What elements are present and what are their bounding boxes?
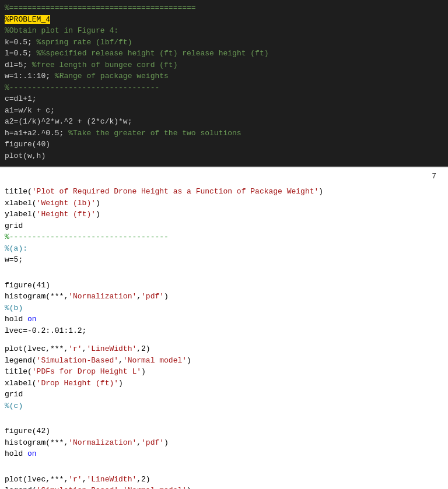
top-section: %=======================================… (0, 0, 448, 167)
code-line: lvec=-0.2:.01:1.2; (5, 325, 443, 337)
code-line: %(c) (5, 400, 443, 412)
code-line: grid (5, 389, 443, 400)
page-number: 7 (432, 172, 436, 181)
code-line: a2=(1/k)^2*w.^2 + (2*c/k)*w; (5, 116, 443, 128)
code-line: c=dl+1; (5, 93, 443, 105)
code-line: title('Plot of Required Drone Height as … (5, 186, 443, 198)
code-line: h=a1+a2.^0.5; %Take the greater of the t… (5, 128, 443, 139)
bottom-section: 7 title('Plot of Required Drone Height a… (0, 167, 448, 489)
code-line: a1=w/k + c; (5, 105, 443, 117)
code-line: histogram(***,'Normalization','pdf') (5, 437, 443, 449)
code-line: w=1:.1:10; %Range of package weights (5, 71, 443, 82)
code-line: hold on (5, 448, 443, 460)
code-line: %----------------------------------- (5, 231, 443, 243)
height-label: Height (41, 210, 68, 219)
code-line: figure(41) (5, 280, 443, 291)
code-line: histogram(***,'Normalization','pdf') (5, 291, 443, 302)
code-line: grid (5, 220, 443, 232)
code-line: legend('Simulation-Based','Normal model'… (5, 485, 443, 489)
code-line: hold on (5, 314, 443, 325)
code-line: %(b) (5, 302, 443, 314)
code-line: plot(lvec,***,'r','LineWidth',2) (5, 474, 443, 486)
code-line: plot(w,h) (5, 150, 443, 162)
code-line: figure(42) (5, 425, 443, 437)
code-line: %PROBLEM_4 (5, 14, 443, 26)
code-line: figure(40) (5, 139, 443, 150)
code-line: %--------------------------------- (5, 82, 443, 94)
highlight-problem4: %PROBLEM_4 (5, 15, 50, 24)
code-line: plot(lvec,***,'r','LineWidth',2) (5, 343, 443, 355)
code-line: %(a): (5, 243, 443, 255)
code-line: xlabel('Weight (lb)') (5, 198, 443, 209)
code-line: k=0.5; %spring rate (lbf/ft) (5, 37, 443, 48)
code-line: xlabel('Drop Height (ft)') (5, 378, 443, 389)
code-line: dl=5; %free length of bungee cord (ft) (5, 59, 443, 71)
code-line: ylabel('Height (ft)') (5, 209, 443, 220)
code-line: %Obtain plot in Figure 4: (5, 25, 443, 37)
code-line: title('PDFs for Drop Height L') (5, 366, 443, 378)
code-line: legend('Simulation-Based','Normal model'… (5, 355, 443, 367)
page-container: %=======================================… (0, 0, 448, 489)
code-line: %=======================================… (5, 2, 443, 14)
code-line: l=0.5; %%specified release height (ft) r… (5, 48, 443, 59)
specified-text: %specified release height (ft) (41, 49, 177, 58)
code-line: w=5; (5, 254, 443, 266)
